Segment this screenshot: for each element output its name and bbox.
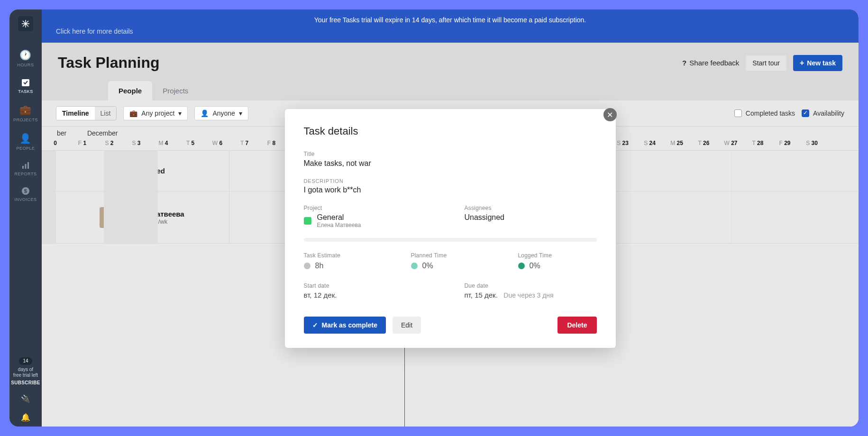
modal-title: Task details [304,125,597,137]
day-header[interactable]: W 6 [204,140,231,146]
new-task-button[interactable]: + New task [793,55,842,71]
sidebar-item-label: HOURS [17,63,34,67]
page-header: Task Planning ? Share feedback Start tou… [42,43,859,72]
spark-icon [21,19,30,28]
project-color-swatch [304,217,311,225]
field-label-assignees: Assignees [465,205,597,211]
mark-complete-button[interactable]: ✓ Mark as complete [304,317,386,334]
filter-project-dropdown[interactable]: 💼 Any project ▾ [123,106,188,120]
app-logo[interactable] [18,16,33,31]
completed-tasks-label: Completed tasks [746,109,795,117]
delete-button[interactable]: Delete [557,317,596,334]
day-header[interactable]: M 4 [150,140,177,146]
dollar-icon: $ [21,187,30,195]
briefcase-icon: 💼 [129,109,137,117]
trial-text: days of [18,367,33,372]
day-header[interactable]: W 27 [717,140,744,146]
svg-rect-2 [25,164,27,169]
field-label-logged: Logged Time [518,252,597,259]
plus-icon: + [800,59,804,67]
day-header[interactable]: T 28 [744,140,771,146]
svg-rect-1 [22,166,24,169]
project-name[interactable]: General [317,213,361,222]
app-frame: 🕐 HOURS TASKS 💼 PROJECTS 👤 PEOPLE REPORT… [9,9,859,427]
day-header[interactable]: 0 [42,140,69,146]
day-header[interactable]: F 1 [69,140,96,146]
day-header[interactable]: S 2 [96,140,123,146]
day-header[interactable]: M 25 [663,140,690,146]
progress-bar [304,238,597,242]
sidebar-item-label: INVOICES [14,197,37,202]
question-icon: ? [682,59,686,67]
banner-message: Your free Tasks trial will expire in 14 … [42,16,859,24]
sidebar-item-label: REPORTS [15,172,37,176]
briefcase-icon: 💼 [19,104,32,116]
segment-list[interactable]: List [95,107,117,120]
subscribe-link[interactable]: SUBSCRIBE [11,380,40,386]
day-header[interactable]: F 8 [258,140,285,146]
trial-days-badge: 14 [19,357,32,365]
month-label: ber [57,129,85,137]
day-header[interactable]: T 7 [231,140,258,146]
edit-button[interactable]: Edit [393,317,421,334]
sidebar-item-people[interactable]: 👤 PEOPLE [9,128,42,156]
person-icon: 👤 [19,133,32,144]
field-label-start: Start date [304,282,436,289]
availability-toggle[interactable]: Availability [802,109,844,117]
day-header[interactable]: S 3 [123,140,150,146]
share-feedback-link[interactable]: ? Share feedback [682,59,739,67]
day-header[interactable]: S 24 [636,140,663,146]
field-label-due: Due date [465,282,597,289]
sidebar-item-projects[interactable]: 💼 PROJECTS [9,100,42,128]
bell-icon[interactable]: 🔔 [21,408,30,427]
chevron-down-icon: ▾ [178,109,182,117]
month-label: December [87,129,118,137]
planned-value: 0% [422,262,433,270]
mark-complete-label: Mark as complete [322,321,378,329]
field-label-title: Title [304,151,597,157]
check-icon: ✓ [312,321,318,329]
start-tour-button[interactable]: Start tour [746,55,786,71]
sidebar-item-label: TASKS [18,89,33,94]
due-hint: Due через 3 дня [503,291,553,299]
trial-info: 14 days of free trial left SUBSCRIBE [10,354,41,390]
banner-details-link[interactable]: Click here for more details [42,24,147,35]
completed-tasks-toggle[interactable]: Completed tasks [734,109,795,117]
day-header[interactable]: S 30 [798,140,825,146]
chevron-down-icon: ▾ [239,109,242,117]
page-title: Task Planning [58,54,160,72]
sidebar-item-label: PROJECTS [13,118,38,122]
tab-projects[interactable]: Projects [152,81,199,100]
day-header[interactable]: F 29 [771,140,798,146]
new-task-label: New task [807,59,836,67]
dot-icon [411,263,418,269]
trial-text: free trial left [13,372,38,378]
sidebar-item-invoices[interactable]: $ INVOICES [9,182,42,208]
filter-project-label: Any project [141,109,174,117]
trial-banner: Your free Tasks trial will expire in 14 … [42,9,859,43]
filter-person-dropdown[interactable]: 👤 Anyone ▾ [194,106,248,120]
close-button[interactable]: ✕ [603,108,617,121]
sidebar-item-hours[interactable]: 🕐 HOURS [9,45,42,73]
day-header[interactable]: T 5 [177,140,204,146]
close-icon: ✕ [607,110,613,119]
plug-icon[interactable]: 🔌 [21,390,30,408]
field-label-description: DESCRIPTION [304,178,597,184]
tab-people[interactable]: People [108,81,152,100]
task-details-modal: ✕ Task details Title Make tasks, not war… [285,109,616,348]
svg-rect-3 [27,162,29,169]
svg-text:$: $ [24,188,27,194]
sidebar-item-label: PEOPLE [16,146,35,151]
project-owner: Елена Матвеева [317,222,361,228]
field-label-estimate: Task Estimate [304,252,383,259]
start-date-value: вт, 12 дек. [304,291,436,299]
day-header[interactable]: T 26 [690,140,717,146]
dot-icon [518,263,525,269]
view-tabs: People Projects [42,72,859,100]
sidebar: 🕐 HOURS TASKS 💼 PROJECTS 👤 PEOPLE REPORT… [9,9,42,427]
filter-person-label: Anyone [212,109,235,117]
segment-timeline[interactable]: Timeline [56,107,95,120]
dot-icon [304,263,311,269]
sidebar-item-tasks[interactable]: TASKS [9,73,42,100]
sidebar-item-reports[interactable]: REPORTS [9,156,42,182]
